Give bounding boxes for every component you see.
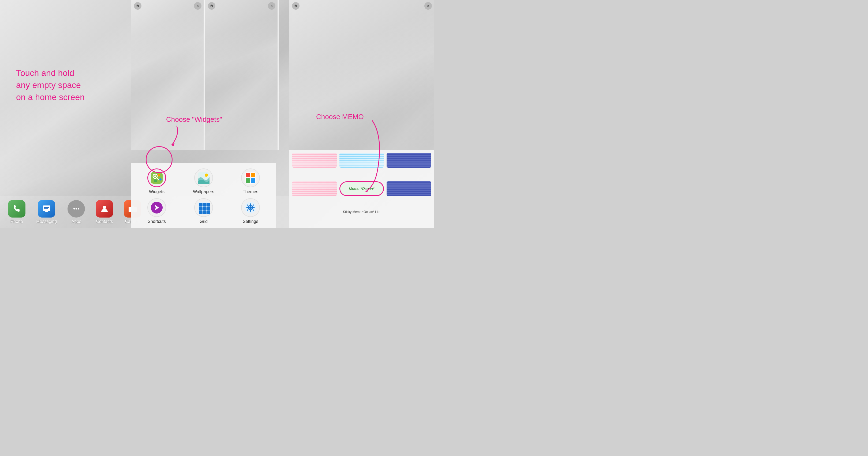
svg-rect-29 — [207, 207, 210, 210]
svg-point-6 — [103, 206, 106, 209]
svg-rect-32 — [207, 211, 210, 214]
widgets-icon-circle — [147, 168, 166, 187]
svg-rect-25 — [203, 203, 207, 206]
grid-icon-circle — [194, 198, 213, 217]
menu-item-shortcuts[interactable]: Shortcuts — [134, 198, 180, 224]
themes-label: Themes — [243, 189, 258, 194]
phone-icon — [8, 200, 26, 218]
svg-rect-30 — [199, 211, 203, 214]
svg-rect-28 — [203, 207, 207, 210]
menu-item-grid[interactable]: Grid — [181, 198, 226, 224]
right-close-icon: × — [427, 4, 429, 8]
memo-keyboard-dark-2 — [386, 181, 431, 196]
shortcuts-icon-circle — [147, 198, 166, 217]
screen2-close-icon: × — [271, 4, 273, 8]
shortcuts-label: Shortcuts — [148, 219, 166, 224]
menu-item-wallpapers[interactable]: Wallpapers — [181, 168, 226, 194]
messaging-label: Messaging — [36, 219, 57, 224]
screen-preview-1: × — [131, 0, 204, 150]
dock-item-contacts[interactable]: Contacts — [96, 200, 113, 224]
screen2-home-button[interactable] — [208, 2, 215, 10]
svg-point-5 — [78, 208, 79, 209]
panel-divider-2 — [278, 0, 279, 150]
svg-point-13 — [154, 175, 156, 177]
memo-keyboard-pink-2 — [292, 181, 337, 196]
phone-label: Phone — [10, 219, 23, 224]
dock-item-messaging[interactable]: Messaging — [36, 200, 57, 224]
themes-icon-circle — [241, 168, 260, 187]
screen1-close-icon: × — [197, 4, 199, 8]
svg-point-16 — [159, 178, 161, 180]
memo-keyboard-pink-1 — [292, 153, 337, 168]
wallpapers-label: Wallpapers — [193, 189, 214, 194]
messaging-icon — [38, 200, 55, 218]
svg-rect-27 — [199, 207, 203, 210]
svg-rect-24 — [199, 203, 203, 206]
screen-preview-2: × — [205, 0, 278, 150]
screen1-home-button[interactable] — [134, 2, 142, 10]
sticky-memo-label: Sticky Memo *Ocean* Lite — [292, 209, 431, 225]
settings-label: Settings — [243, 219, 258, 224]
svg-point-4 — [75, 208, 77, 209]
right-panel: × Memo *Ocean* Sticky Memo *Ocean* Lite — [289, 0, 434, 228]
menu-item-themes[interactable]: Themes — [228, 168, 273, 194]
menu-item-widgets[interactable]: Widgets — [134, 168, 180, 194]
memo-ocean-label: Memo *Ocean* — [349, 187, 374, 191]
bottom-menu-panel: Widgets Wallpapers Themes — [131, 163, 276, 228]
memo-keyboard-dark-1 — [386, 153, 431, 168]
screen1-close-button[interactable]: × — [194, 2, 202, 10]
settings-icon-circle — [241, 198, 260, 217]
svg-point-34 — [249, 206, 252, 209]
contacts-icon — [96, 200, 113, 218]
grid-label: Grid — [199, 219, 208, 224]
svg-point-19 — [205, 174, 208, 177]
wallpapers-icon-circle — [194, 168, 213, 187]
menu-item-settings[interactable]: Settings — [228, 198, 273, 224]
right-home-button[interactable] — [292, 2, 300, 10]
memo-widget-grid: Memo *Ocean* Sticky Memo *Ocean* Lite — [289, 150, 434, 228]
svg-rect-26 — [207, 203, 210, 206]
svg-rect-17 — [154, 179, 157, 182]
apps-icon — [67, 200, 85, 218]
svg-point-3 — [73, 208, 75, 209]
screen2-close-button[interactable]: × — [268, 2, 275, 10]
svg-rect-0 — [43, 205, 50, 211]
svg-point-15 — [157, 174, 160, 176]
right-close-button[interactable]: × — [424, 2, 432, 10]
dock-item-apps[interactable]: Apps — [67, 200, 85, 224]
instruction-text: Touch and hold any empty space on a home… — [16, 67, 85, 103]
memo-ocean-item[interactable]: Memo *Ocean* — [339, 181, 384, 196]
svg-rect-31 — [203, 211, 207, 214]
contacts-label: Contacts — [96, 219, 113, 224]
apps-label: Apps — [71, 219, 81, 224]
memo-keyboard-blue-1 — [339, 153, 384, 168]
widgets-label: Widgets — [149, 189, 164, 194]
dock-item-phone[interactable]: Phone — [8, 200, 26, 224]
